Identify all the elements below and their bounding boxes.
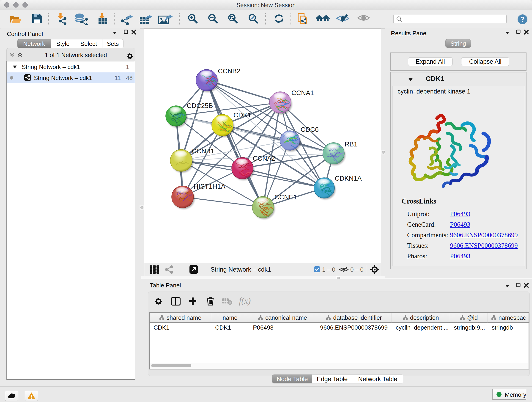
- svg-text:CCNB1: CCNB1: [192, 147, 214, 155]
- svg-text:CDK1: CDK1: [234, 111, 251, 119]
- svg-text:CDKN1A: CDKN1A: [335, 175, 362, 182]
- svg-text:CDC25B: CDC25B: [187, 102, 213, 109]
- svg-text:CCNB2: CCNB2: [218, 67, 240, 75]
- svg-text:CDC6: CDC6: [301, 126, 319, 133]
- svg-text:CCNA2: CCNA2: [253, 155, 275, 162]
- svg-text:CCNE1: CCNE1: [274, 193, 297, 201]
- svg-text:HIST1H1A: HIST1H1A: [194, 183, 225, 190]
- svg-text:CCNA1: CCNA1: [291, 89, 314, 96]
- svg-text:RB1: RB1: [345, 140, 357, 148]
